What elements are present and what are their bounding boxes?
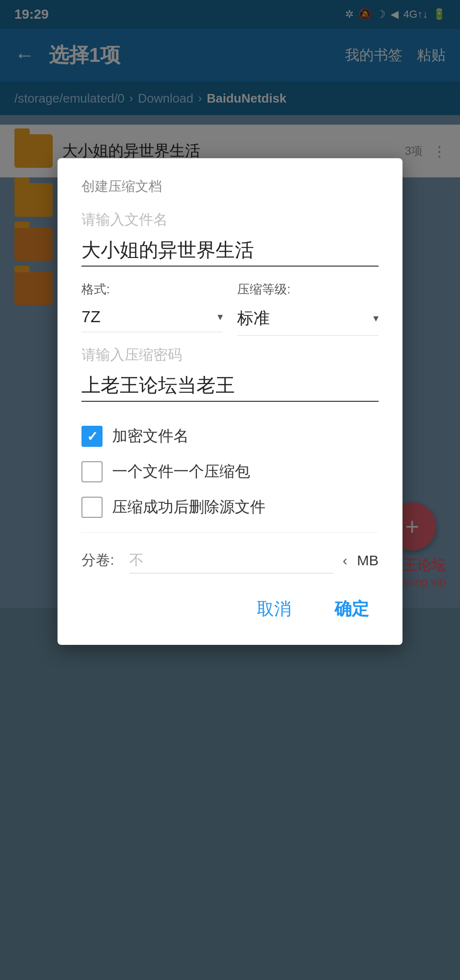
volume-row: 分卷: ‹ MB <box>81 547 379 573</box>
format-select[interactable]: 7Z ▾ <box>81 302 223 332</box>
format-label: 格式: <box>81 281 223 298</box>
volume-arrow-icon: ‹ <box>343 552 347 569</box>
format-value: 7Z <box>81 307 101 326</box>
checkbox-item-2[interactable]: 压缩成功后删除源文件 <box>81 497 379 518</box>
checkbox-encrypt-filename[interactable] <box>81 426 103 447</box>
dialog-title: 创建压缩文档 <box>81 177 379 196</box>
level-arrow-icon: ▾ <box>373 312 379 325</box>
volume-unit: MB <box>357 552 379 569</box>
level-value: 标准 <box>237 307 270 329</box>
cancel-button[interactable]: 取消 <box>247 593 301 626</box>
checkbox-group: 加密文件名 一个文件一个压缩包 压缩成功后删除源文件 <box>81 426 379 518</box>
checkbox-one-per-file[interactable] <box>81 461 103 482</box>
checkbox-item-1[interactable]: 一个文件一个压缩包 <box>81 461 379 482</box>
checkbox-delete-source-label: 压缩成功后删除源文件 <box>112 497 265 518</box>
filename-placeholder-label: 请输入文件名 <box>81 210 379 230</box>
checkbox-encrypt-filename-label: 加密文件名 <box>112 426 189 447</box>
checkbox-delete-source[interactable] <box>81 497 103 518</box>
volume-label: 分卷: <box>81 550 120 570</box>
password-input[interactable] <box>81 370 379 402</box>
format-level-row: 格式: 7Z ▾ 压缩等级: 标准 ▾ <box>81 281 379 336</box>
level-label: 压缩等级: <box>237 281 379 298</box>
volume-input[interactable] <box>129 547 333 573</box>
format-arrow-icon: ▾ <box>218 311 223 323</box>
password-placeholder-label: 请输入压缩密码 <box>81 345 379 365</box>
filename-input[interactable] <box>81 234 379 267</box>
dialog-overlay: 创建压缩文档 请输入文件名 格式: 7Z ▾ 压缩等级: 标准 ▾ 请输入压缩密… <box>0 0 460 980</box>
level-select[interactable]: 标准 ▾ <box>237 302 379 336</box>
checkbox-one-per-file-label: 一个文件一个压缩包 <box>112 461 250 482</box>
level-group: 压缩等级: 标准 ▾ <box>237 281 379 336</box>
checkbox-item-0[interactable]: 加密文件名 <box>81 426 379 447</box>
dialog-actions: 取消 确定 <box>81 593 379 626</box>
create-archive-dialog: 创建压缩文档 请输入文件名 格式: 7Z ▾ 压缩等级: 标准 ▾ 请输入压缩密… <box>58 158 402 645</box>
format-group: 格式: 7Z ▾ <box>81 281 223 332</box>
divider <box>81 532 379 533</box>
confirm-button[interactable]: 确定 <box>325 593 379 626</box>
